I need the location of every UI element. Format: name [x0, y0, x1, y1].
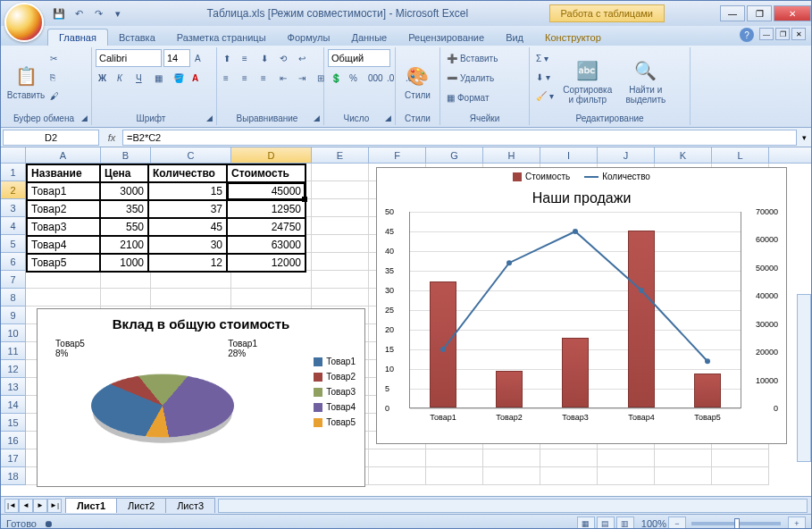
- column-header[interactable]: G: [426, 147, 483, 163]
- cell[interactable]: [26, 289, 101, 306]
- cut-button[interactable]: ✂: [47, 49, 65, 67]
- cell[interactable]: [231, 271, 312, 289]
- column-header[interactable]: E: [312, 147, 369, 163]
- table-header[interactable]: Стоимость: [227, 164, 306, 182]
- sort-filter-button[interactable]: 🔤 Сортировка и фильтр: [558, 49, 617, 112]
- row-header[interactable]: 3: [1, 199, 26, 217]
- row-header[interactable]: 13: [1, 378, 26, 396]
- table-cell[interactable]: 1000: [100, 254, 148, 272]
- italic-button[interactable]: К: [114, 69, 132, 87]
- font-name-combo[interactable]: Calibri: [96, 49, 162, 67]
- close-button[interactable]: ✕: [774, 5, 811, 21]
- table-cell[interactable]: Товар2: [27, 200, 100, 218]
- row-header[interactable]: 4: [1, 217, 26, 235]
- cell[interactable]: [369, 449, 426, 467]
- row-header[interactable]: 11: [1, 342, 26, 360]
- row-header[interactable]: 1: [1, 164, 26, 181]
- cell[interactable]: [540, 449, 598, 467]
- alignment-launcher-icon[interactable]: ◢: [314, 113, 320, 122]
- column-header[interactable]: J: [598, 147, 655, 163]
- table-cell[interactable]: 550: [100, 218, 148, 236]
- insert-cells-button[interactable]: ➕ Вставить: [444, 49, 525, 67]
- cell[interactable]: [312, 217, 369, 235]
- page-break-view-button[interactable]: ▥: [616, 516, 634, 530]
- fill-handle[interactable]: [302, 197, 307, 202]
- table-header[interactable]: Цена: [100, 164, 148, 182]
- cell[interactable]: [483, 449, 540, 467]
- table-cell[interactable]: 24750: [227, 218, 306, 236]
- orientation-button[interactable]: ⟲: [277, 49, 295, 67]
- help-icon[interactable]: ?: [740, 28, 754, 42]
- row-header[interactable]: 8: [1, 289, 26, 306]
- cell[interactable]: [151, 271, 231, 289]
- table-cell[interactable]: 12950: [227, 200, 306, 218]
- font-size-combo[interactable]: 14: [163, 49, 190, 67]
- number-format-combo[interactable]: Общий: [328, 49, 390, 67]
- font-launcher-icon[interactable]: ◢: [206, 113, 213, 122]
- cell[interactable]: [483, 467, 540, 485]
- tab-review[interactable]: Рецензирование: [398, 29, 495, 46]
- cell[interactable]: [598, 467, 655, 485]
- cell[interactable]: [369, 467, 426, 485]
- table-header[interactable]: Количество: [148, 164, 227, 182]
- cell[interactable]: [312, 199, 369, 217]
- table-cell[interactable]: 45000: [227, 182, 306, 200]
- column-header[interactable]: F: [369, 147, 426, 163]
- table-cell[interactable]: 15: [148, 182, 227, 200]
- row-header[interactable]: 9: [1, 306, 26, 324]
- tab-page-layout[interactable]: Разметка страницы: [166, 29, 277, 46]
- sheet-tab-2[interactable]: Лист2: [116, 498, 166, 513]
- tab-data[interactable]: Данные: [340, 29, 398, 46]
- table-cell[interactable]: 2100: [100, 236, 148, 254]
- cell[interactable]: [426, 449, 483, 467]
- format-painter-button[interactable]: 🖌: [47, 87, 65, 105]
- table-cell[interactable]: 12000: [227, 254, 306, 272]
- clear-button[interactable]: 🧹 ▾: [533, 87, 557, 105]
- first-sheet-button[interactable]: |◄: [4, 499, 19, 513]
- align-center-button[interactable]: ≡: [239, 69, 257, 87]
- save-icon[interactable]: 💾: [51, 5, 67, 21]
- worksheet-grid[interactable]: ABCDEFGHIJKL 123456789101112131415161718…: [1, 147, 811, 496]
- clipboard-launcher-icon[interactable]: ◢: [81, 113, 88, 122]
- cell[interactable]: [598, 449, 655, 467]
- copy-button[interactable]: ⎘: [47, 68, 65, 86]
- row-header[interactable]: 10: [1, 324, 26, 342]
- tab-design[interactable]: Конструктор: [534, 29, 612, 46]
- column-header[interactable]: H: [483, 147, 540, 163]
- align-middle-button[interactable]: ≡: [239, 49, 257, 67]
- column-header[interactable]: L: [712, 147, 769, 163]
- doc-minimize[interactable]: —: [759, 28, 774, 40]
- column-header[interactable]: B: [101, 147, 151, 163]
- zoom-in-button[interactable]: +: [788, 516, 806, 530]
- cell[interactable]: [712, 467, 769, 485]
- column-header[interactable]: A: [26, 147, 101, 163]
- row-header[interactable]: 14: [1, 396, 26, 414]
- cell[interactable]: [655, 449, 712, 467]
- normal-view-button[interactable]: ▦: [577, 516, 595, 530]
- cell[interactable]: [712, 449, 769, 467]
- cell[interactable]: [540, 467, 598, 485]
- sheet-tab-3[interactable]: Лист3: [165, 498, 215, 513]
- doc-restore[interactable]: ❐: [775, 28, 790, 40]
- cell[interactable]: [312, 253, 369, 271]
- align-right-button[interactable]: ≡: [258, 69, 276, 87]
- table-cell[interactable]: 12: [148, 254, 227, 272]
- zoom-out-button[interactable]: −: [668, 516, 686, 530]
- bold-button[interactable]: Ж: [96, 69, 113, 87]
- row-header[interactable]: 18: [1, 467, 26, 485]
- format-cells-button[interactable]: ▦ Формат: [444, 88, 525, 106]
- table-cell[interactable]: 350: [100, 200, 148, 218]
- row-header[interactable]: 16: [1, 432, 26, 449]
- row-header[interactable]: 7: [1, 271, 26, 289]
- column-header[interactable]: D: [231, 147, 312, 163]
- increase-indent-button[interactable]: ⇥: [296, 69, 314, 87]
- cell[interactable]: [101, 271, 151, 289]
- styles-button[interactable]: 🎨 Стили: [399, 49, 436, 112]
- table-cell[interactable]: 3000: [100, 182, 148, 200]
- zoom-slider[interactable]: [691, 522, 781, 525]
- column-header[interactable]: I: [540, 147, 598, 163]
- table-cell[interactable]: 37: [148, 200, 227, 218]
- tab-view[interactable]: Вид: [495, 29, 534, 46]
- zoom-level[interactable]: 100%: [641, 518, 666, 529]
- row-header[interactable]: 5: [1, 235, 26, 253]
